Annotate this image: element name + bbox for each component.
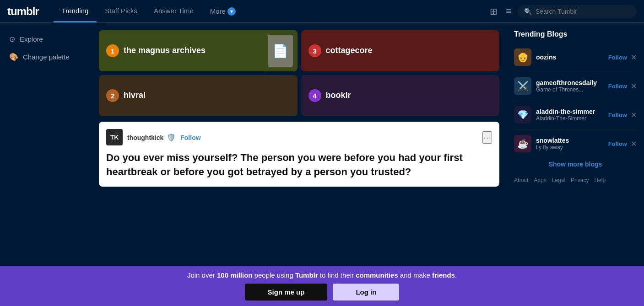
blog-sub-snow: fly fly away [536,144,604,150]
blog-actions-got: Follow ✕ [608,82,637,91]
post-shield-icon: 🛡️ [167,134,176,141]
footer-privacy[interactable]: Privacy [571,177,589,183]
sidebar-item-change-palette[interactable]: 🎨 Change palette [0,48,92,66]
blog-avatar-aladdin: 💎 [514,106,531,123]
footer-apps[interactable]: Apps [534,177,546,183]
trend-title-2: hlvrai [124,91,146,101]
rank-badge-4: 4 [308,89,321,102]
blog-actions-snow: Follow ✕ [608,140,637,148]
blog-actions-aladdin: Follow ✕ [608,111,637,119]
tab-more[interactable]: More ▾ [202,1,244,22]
more-badge: ▾ [227,7,236,16]
blog-name-aladdin: aladdin-the-simmer [536,108,604,115]
trend-title-4: booklr [326,91,351,101]
bottom-banner: Join over 100 million people using Tumbl… [0,266,644,306]
login-button[interactable]: Log in [333,284,399,301]
trend-card-4[interactable]: 4 booklr [301,75,500,116]
list-view-button[interactable]: ≡ [504,4,513,18]
footer-legal[interactable]: Legal [552,177,565,183]
tab-answer-time[interactable]: Answer Time [146,0,202,22]
dismiss-button-got[interactable]: ✕ [631,82,637,91]
blog-name-oozins: oozins [536,54,604,61]
tab-staff-picks[interactable]: Staff Picks [97,0,146,22]
banner-text: Join over 100 million people using Tumbl… [187,271,457,279]
sidebar-item-explore[interactable]: ⊙ Explore [0,30,92,48]
search-input[interactable] [536,8,630,15]
blog-actions-oozins: Follow ✕ [608,53,637,62]
palette-icon: 🎨 [9,53,18,61]
trending-grid: 1 the magnus archives 📄 3 cottagecore 2 … [99,30,499,116]
right-sidebar: Trending Blogs 👴 oozins Follow ✕ ⚔️ game… [507,23,644,266]
blog-item-oozins: 👴 oozins Follow ✕ [514,45,637,70]
trend-title-1: the magnus archives [124,46,206,56]
nav-icons: ⊞ ≡ 🔍 [488,4,637,19]
blog-info-snow: snowlattes fly fly away [536,137,604,150]
dismiss-button-oozins[interactable]: ✕ [631,53,637,62]
follow-button-snow[interactable]: Follow [608,140,627,147]
dismiss-button-aladdin[interactable]: ✕ [631,111,637,119]
post-more-button[interactable]: ··· [482,131,492,144]
blog-sub-got: Game of Thrones... [536,86,604,93]
rank-badge-2: 2 [106,89,119,102]
nav-tabs: Trending Staff Picks Answer Time More ▾ [54,0,488,22]
footer-about[interactable]: About [514,177,528,183]
blog-item-aladdin: 💎 aladdin-the-simmer Aladdin-The-Simmer … [514,102,637,127]
rank-badge-3: 3 [308,44,321,57]
rank-badge-1: 1 [106,44,119,57]
post-meta: thoughtkick 🛡️ Follow [127,133,201,142]
blog-info-got: gameofthronesdaily Game of Thrones... [536,79,604,93]
blog-avatar-oozins: 👴 [514,48,531,66]
post-follow-button[interactable]: Follow [180,134,200,141]
blog-info-oozins: oozins [536,54,604,61]
post-header: TK thoughtkick 🛡️ Follow ··· [106,129,492,145]
blog-item-snow: ☕ snowlattes fly fly away Follow ✕ [514,131,637,156]
tab-trending[interactable]: Trending [54,0,97,22]
search-bar: 🔍 [518,5,637,18]
footer-help[interactable]: Help [594,177,606,183]
blog-item-got: ⚔️ gameofthronesdaily Game of Thrones...… [514,74,637,98]
follow-button-oozins[interactable]: Follow [608,54,627,61]
post-avatar: TK [106,129,123,145]
signup-button[interactable]: Sign me up [245,284,328,301]
search-icon: 🔍 [524,8,532,15]
post-username: thoughtkick [127,134,163,141]
trend-card-3[interactable]: 3 cottagecore [301,30,500,71]
dismiss-button-snow[interactable]: ✕ [631,140,637,148]
grid-view-button[interactable]: ⊞ [488,4,499,19]
logo: tumblr [7,5,39,18]
blog-avatar-snow: ☕ [514,135,531,152]
banner-buttons: Sign me up Log in [245,284,400,301]
main-content: 1 the magnus archives 📄 3 cottagecore 2 … [92,23,507,266]
blog-avatar-got: ⚔️ [514,77,531,95]
post-card: TK thoughtkick 🛡️ Follow ··· Do you ever… [99,122,499,187]
sidebar: ⊙ Explore 🎨 Change palette [0,23,92,266]
trend-thumb-1: 📄 [268,35,293,67]
trend-card-2[interactable]: 2 hlvrai [99,75,298,116]
trending-blogs-title: Trending Blogs [514,30,637,38]
trend-card-1[interactable]: 1 the magnus archives 📄 [99,30,298,71]
post-text: Do you ever miss yourself? The person yo… [106,151,492,179]
trend-title-3: cottagecore [326,46,373,56]
blog-name-got: gameofthronesdaily [536,79,604,86]
explore-icon: ⊙ [9,35,15,43]
blog-info-aladdin: aladdin-the-simmer Aladdin-The-Simmer [536,108,604,122]
follow-button-got[interactable]: Follow [608,83,627,90]
top-nav: tumblr Trending Staff Picks Answer Time … [0,0,644,23]
follow-button-aladdin[interactable]: Follow [608,112,627,118]
blog-sub-aladdin: Aladdin-The-Simmer [536,115,604,122]
main-layout: ⊙ Explore 🎨 Change palette 1 the magnus … [0,23,644,266]
blog-name-snow: snowlattes [536,137,604,144]
show-more-blogs-button[interactable]: Show more blogs [514,156,637,170]
footer-links: About Apps Legal Privacy Help [514,177,637,183]
